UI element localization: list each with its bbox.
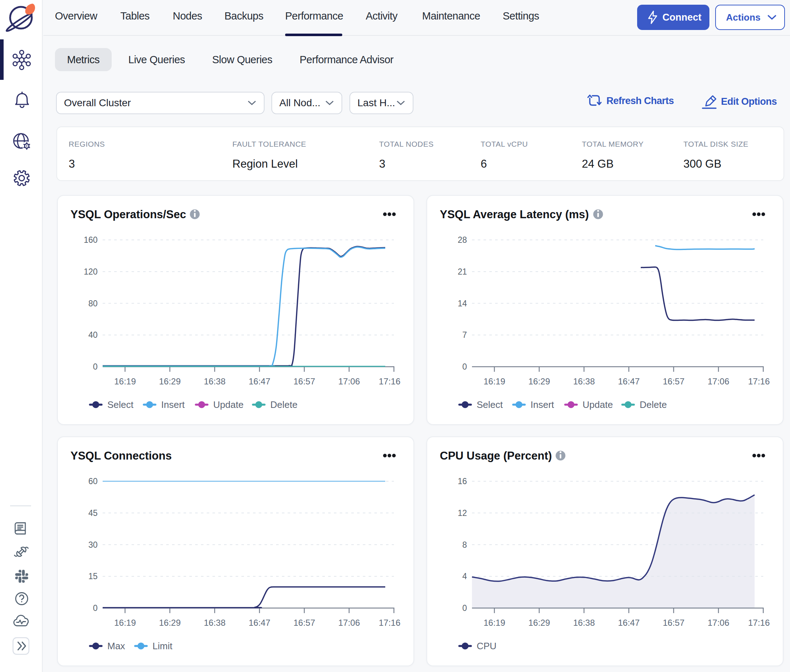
svg-text:16:47: 16:47 [248, 618, 270, 627]
svg-text:45: 45 [88, 508, 98, 518]
svg-text:0: 0 [93, 603, 98, 613]
svg-text:16:19: 16:19 [484, 376, 505, 386]
svg-text:Insert: Insert [161, 399, 185, 410]
svg-text:Limit: Limit [152, 640, 173, 651]
svg-text:4: 4 [462, 571, 467, 581]
svg-text:17:06: 17:06 [708, 618, 729, 627]
svg-text:17:16: 17:16 [379, 618, 401, 627]
svg-text:0: 0 [462, 362, 467, 371]
svg-text:0: 0 [462, 603, 467, 613]
svg-text:12: 12 [458, 508, 467, 518]
svg-text:14: 14 [458, 299, 467, 308]
svg-text:16:29: 16:29 [159, 376, 181, 386]
svg-text:Update: Update [583, 399, 613, 410]
svg-text:60: 60 [88, 477, 98, 486]
svg-text:16:57: 16:57 [663, 618, 684, 627]
svg-text:16:57: 16:57 [663, 376, 684, 386]
svg-text:17:06: 17:06 [708, 376, 729, 386]
svg-text:7: 7 [462, 330, 467, 339]
svg-text:YSQL Operations/Sec: YSQL Operations/Sec [71, 208, 186, 221]
svg-text:16:19: 16:19 [114, 618, 136, 627]
svg-text:16:38: 16:38 [204, 376, 226, 386]
svg-text:160: 160 [84, 235, 98, 245]
svg-text:17:16: 17:16 [748, 618, 770, 627]
svg-text:120: 120 [84, 267, 98, 277]
svg-text:17:16: 17:16 [748, 376, 770, 386]
svg-text:28: 28 [458, 235, 467, 245]
svg-text:16:38: 16:38 [204, 618, 226, 627]
svg-text:16:29: 16:29 [528, 618, 550, 627]
svg-text:17:16: 17:16 [379, 376, 401, 386]
svg-text:80: 80 [88, 299, 98, 308]
svg-text:16:47: 16:47 [618, 618, 640, 627]
svg-text:16:19: 16:19 [114, 376, 136, 386]
svg-text:16: 16 [458, 477, 467, 486]
svg-text:8: 8 [462, 540, 467, 549]
svg-text:16:38: 16:38 [573, 618, 595, 627]
svg-text:Insert: Insert [530, 399, 554, 410]
svg-text:YSQL Connections: YSQL Connections [71, 450, 171, 462]
svg-text:Update: Update [213, 399, 244, 410]
svg-text:40: 40 [88, 330, 98, 339]
svg-text:0: 0 [93, 362, 98, 371]
svg-text:16:29: 16:29 [159, 618, 181, 627]
svg-text:16:47: 16:47 [618, 376, 640, 386]
svg-text:CPU: CPU [477, 640, 497, 651]
svg-text:21: 21 [458, 267, 467, 277]
svg-text:17:06: 17:06 [338, 618, 360, 627]
svg-text:16:29: 16:29 [528, 376, 550, 386]
svg-text:16:19: 16:19 [484, 618, 505, 627]
svg-text:Select: Select [477, 399, 503, 410]
svg-text:17:06: 17:06 [338, 376, 360, 386]
svg-text:16:47: 16:47 [248, 376, 270, 386]
svg-text:Delete: Delete [640, 399, 667, 410]
svg-text:15: 15 [88, 571, 98, 581]
svg-text:16:38: 16:38 [573, 376, 595, 386]
svg-text:16:57: 16:57 [293, 376, 315, 386]
svg-text:Max: Max [107, 640, 125, 651]
svg-text:Select: Select [107, 399, 134, 410]
svg-text:CPU Usage (Percent): CPU Usage (Percent) [440, 450, 552, 462]
svg-text:16:57: 16:57 [293, 618, 315, 627]
svg-text:YSQL Average Latency (ms): YSQL Average Latency (ms) [440, 208, 589, 221]
svg-text:30: 30 [88, 540, 98, 549]
svg-text:Delete: Delete [270, 399, 297, 410]
